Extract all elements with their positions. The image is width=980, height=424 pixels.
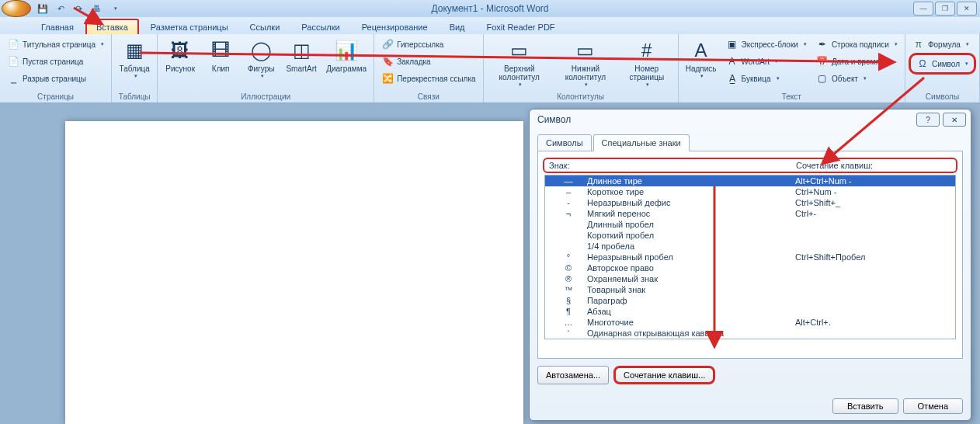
maximize-button[interactable]: ❐	[935, 2, 955, 16]
list-item[interactable]: Длинный пробел	[545, 219, 955, 230]
number-icon: #	[634, 38, 659, 63]
blocks-icon: ▣	[726, 38, 738, 50]
char-header: Знак:	[549, 161, 586, 170]
header-button[interactable]: ▭Верхний колонтитул	[487, 36, 552, 91]
textbox-button[interactable]: AНадпись	[682, 36, 721, 91]
datetime-button[interactable]: 📅Дата и время	[812, 53, 902, 70]
group-tables: ▦ Таблица Таблицы	[112, 34, 158, 103]
tab-insert[interactable]: Вставка	[85, 19, 139, 34]
list-item[interactable]: ‘Одинарная открывающая кавычка	[545, 328, 955, 339]
list-item[interactable]: Короткий пробел	[545, 230, 955, 241]
equation-button[interactable]: πФормула	[909, 36, 976, 53]
save-icon[interactable]: 💾	[34, 1, 51, 16]
clip-button[interactable]: 🎞Клип	[201, 36, 240, 91]
special-chars-list[interactable]: —Длинное тиреAlt+Ctrl+Num -–Короткое тир…	[544, 175, 956, 339]
insert-button[interactable]: Вставить	[832, 398, 898, 414]
page-number-button[interactable]: #Номер страницы	[619, 36, 675, 91]
cover-page-button[interactable]: 📄Титульная страница	[3, 36, 108, 53]
minimize-button[interactable]: —	[913, 2, 933, 16]
list-item[interactable]: –Короткое тиреCtrl+Num -	[545, 186, 955, 197]
date-icon: 📅	[816, 55, 829, 68]
group-label: Символы	[909, 91, 976, 103]
ribbon: 📄Титульная страница 📄Пустая страница ⎯Ра…	[0, 34, 980, 103]
tab-foxit[interactable]: Foxit Reader PDF	[477, 19, 565, 34]
group-label: Страницы	[3, 91, 108, 103]
signature-icon: ✒	[816, 38, 829, 50]
group-label: Иллюстрации	[161, 91, 370, 103]
table-button[interactable]: ▦ Таблица	[115, 36, 154, 91]
list-item[interactable]: ¬Мягкий переносCtrl+-	[545, 208, 955, 219]
link-icon: 🔗	[381, 38, 394, 50]
tab-home[interactable]: Главная	[31, 19, 84, 34]
dropcap-button[interactable]: A̲Буквица	[722, 70, 811, 87]
tab-view[interactable]: Вид	[440, 19, 475, 34]
list-item[interactable]: 1/4 пробела	[545, 241, 955, 252]
page-break-button[interactable]: ⎯Разрыв страницы	[3, 70, 108, 87]
list-item[interactable]: ®Охраняемый знак	[545, 273, 955, 284]
wordart-button[interactable]: AWordArt	[722, 53, 811, 70]
wordart-icon: A	[726, 55, 738, 68]
list-item[interactable]: ™Товарный знак	[545, 284, 955, 295]
list-item[interactable]: ©Авторское право	[545, 262, 955, 273]
window-controls: — ❐ ✕	[913, 2, 977, 16]
list-item[interactable]: —Длинное тиреAlt+Ctrl+Num -	[545, 176, 955, 186]
quickparts-button[interactable]: ▣Экспресс-блоки	[722, 36, 811, 53]
picture-button[interactable]: 🖼Рисунок	[161, 36, 200, 91]
group-label: Связи	[377, 91, 479, 103]
object-button[interactable]: ▢Объект	[812, 70, 902, 87]
blank-page-button[interactable]: 📄Пустая страница	[3, 53, 108, 70]
shapes-icon: ◯	[248, 38, 273, 63]
shapes-button[interactable]: ◯Фигуры	[242, 36, 280, 91]
tab-special[interactable]: Специальные знаки	[593, 134, 690, 151]
bookmark-button[interactable]: 🔖Закладка	[377, 53, 479, 70]
group-label: Текст	[682, 91, 902, 103]
chart-button[interactable]: 📊Диаграмма	[322, 36, 370, 91]
crossref-button[interactable]: 🔀Перекрестная ссылка	[377, 70, 479, 87]
list-item[interactable]: …МноготочиеAlt+Ctrl+.	[545, 317, 955, 328]
symbol-button[interactable]: ΩСимвол	[912, 55, 972, 72]
dialog-left-buttons: Автозамена... Сочетание клавиш...	[530, 360, 971, 391]
group-links: 🔗Гиперссылка 🔖Закладка 🔀Перекрестная ссы…	[374, 34, 483, 103]
group-label: Колонтитулы	[487, 91, 675, 103]
list-item[interactable]: -Неразрывный дефисCtrl+Shift+_	[545, 197, 955, 208]
smartart-button[interactable]: ◫SmartArt	[282, 36, 321, 91]
dialog-tabs: Символы Специальные знаки	[530, 134, 971, 151]
tab-mailings[interactable]: Рассылки	[291, 19, 349, 34]
group-illustrations: 🖼Рисунок 🎞Клип ◯Фигуры ◫SmartArt 📊Диагра…	[158, 34, 374, 103]
list-item[interactable]: °Неразрывный пробелCtrl+Shift+Пробел	[545, 252, 955, 262]
qat-more-icon[interactable]	[106, 1, 123, 16]
tab-review[interactable]: Рецензирование	[352, 19, 438, 34]
tab-symbols[interactable]: Символы	[537, 134, 592, 151]
group-pages: 📄Титульная страница 📄Пустая страница ⎯Ра…	[0, 34, 112, 103]
redo-icon[interactable]: ↷	[70, 1, 87, 16]
document-page[interactable]	[65, 121, 523, 424]
pi-icon: π	[912, 38, 925, 50]
close-button[interactable]: ✕	[957, 2, 977, 16]
signature-button[interactable]: ✒Строка подписи	[812, 36, 902, 53]
tab-references[interactable]: Ссылки	[240, 19, 290, 34]
hyperlink-button[interactable]: 🔗Гиперссылка	[377, 36, 479, 53]
page-icon: 📄	[7, 38, 19, 50]
undo-icon[interactable]: ↶	[52, 1, 69, 16]
help-button[interactable]: ?	[916, 113, 940, 127]
shortcut-button[interactable]: Сочетание клавиш...	[613, 366, 715, 384]
group-label: Таблицы	[115, 91, 154, 103]
cancel-button[interactable]: Отмена	[903, 398, 963, 414]
office-button[interactable]	[2, 0, 31, 17]
picture-icon: 🖼	[168, 38, 193, 63]
footer-button[interactable]: ▭Нижний колонтитул	[554, 36, 617, 91]
tab-page-layout[interactable]: Разметка страницы	[141, 19, 238, 34]
dropcap-icon: A̲	[726, 72, 738, 85]
object-icon: ▢	[816, 72, 829, 85]
list-item[interactable]: §Параграф	[545, 295, 955, 306]
close-button[interactable]: ✕	[943, 113, 966, 127]
dialog-body: Знак: Сочетание клавиш: —Длинное тиреAlt…	[537, 151, 963, 359]
highlight-box: ΩСимвол	[909, 53, 976, 75]
bookmark-icon: 🔖	[381, 55, 394, 68]
footer-icon: ▭	[573, 38, 598, 63]
window-title: Документ1 - Microsoft Word	[431, 3, 548, 14]
print-icon[interactable]: 🖶	[88, 1, 105, 16]
autocorrect-button[interactable]: Автозамена...	[537, 366, 609, 384]
list-item[interactable]: ¶Абзац	[545, 306, 955, 317]
clip-icon: 🎞	[208, 38, 233, 63]
